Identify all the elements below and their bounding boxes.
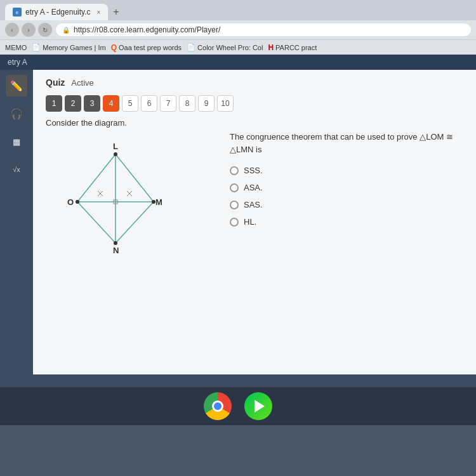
- radio-hl[interactable]: [230, 218, 239, 227]
- address-bar-row: ‹ › ↻ 🔒 https://r08.core.learn.edgenuity…: [0, 20, 476, 39]
- question-6[interactable]: 6: [141, 95, 157, 112]
- tab-close-button[interactable]: ×: [97, 9, 101, 16]
- radio-sss[interactable]: [230, 166, 239, 175]
- diagram-container: L O M N: [46, 135, 185, 262]
- app-wrapper: etry A ✏️ 🎧 ▦ √x Quiz Active 1 2 3 4 5: [0, 55, 476, 387]
- bottom-bar: [0, 374, 476, 387]
- browser-chrome: e etry A - Edgenuity.c × + ‹ › ↻ 🔒 https…: [0, 0, 476, 55]
- bookmarks-bar: MEMO 📄 Memory Games | Im Q Oaa test prep…: [0, 39, 476, 55]
- bookmark-memo[interactable]: MEMO: [5, 44, 27, 51]
- refresh-button[interactable]: ↻: [38, 23, 52, 37]
- radio-asa[interactable]: [230, 183, 239, 192]
- main-content: Quiz Active 1 2 3 4 5 6 7 8 9 10 Conside: [33, 70, 476, 374]
- answer-section: The congruence theorem that can be used …: [230, 118, 463, 262]
- tab-title: etry A - Edgenuity.c: [25, 8, 91, 17]
- svg-point-15: [114, 152, 117, 156]
- answer-sas-label: SAS.: [244, 200, 263, 209]
- svg-line-2: [77, 202, 116, 243]
- app-header-title: etry A: [8, 58, 27, 67]
- sidebar: ✏️ 🎧 ▦ √x: [0, 70, 33, 374]
- question-9[interactable]: 9: [198, 95, 215, 112]
- question-2[interactable]: 2: [65, 95, 81, 112]
- play-store-icon[interactable]: [244, 392, 272, 420]
- bookmark-memo-label: MEMO: [5, 44, 27, 51]
- question-numbers: 1 2 3 4 5 6 7 8 9 10: [46, 95, 463, 112]
- bookmark-oaa-label: Oaa test prep words: [119, 44, 182, 51]
- svg-text:N: N: [113, 246, 119, 255]
- question-10[interactable]: 10: [217, 95, 234, 112]
- svg-text:O: O: [67, 197, 74, 207]
- sidebar-pencil-icon[interactable]: ✏️: [6, 75, 27, 96]
- play-triangle: [255, 400, 265, 413]
- answer-sas[interactable]: SAS.: [230, 200, 463, 209]
- question-4[interactable]: 4: [103, 95, 119, 112]
- sidebar-formula-icon[interactable]: √x: [6, 159, 27, 180]
- svg-line-0: [77, 154, 116, 202]
- question-1[interactable]: 1: [46, 95, 62, 112]
- tab-bar: e etry A - Edgenuity.c × +: [0, 0, 476, 20]
- app-body: ✏️ 🎧 ▦ √x Quiz Active 1 2 3 4 5 6 7 8 9: [0, 70, 476, 374]
- bookmark-memory-games-label: Memory Games | Im: [43, 44, 105, 51]
- os-taskbar: [0, 387, 476, 425]
- answer-sss[interactable]: SSS.: [230, 166, 463, 175]
- address-bar[interactable]: 🔒 https://r08.core.learn.edgenuity.com/P…: [56, 23, 471, 36]
- answer-hl[interactable]: HL.: [230, 217, 463, 227]
- quiz-header: Quiz Active: [46, 77, 463, 88]
- question-text: The congruence theorem that can be used …: [230, 131, 463, 155]
- address-text: https://r08.core.learn.edgenuity.com/Pla…: [74, 25, 220, 34]
- answer-asa-label: ASA.: [244, 183, 263, 192]
- radio-sas[interactable]: [230, 201, 239, 209]
- active-badge: Active: [71, 78, 93, 88]
- consider-text: Consider the diagram.: [46, 118, 211, 128]
- svg-point-18: [114, 241, 117, 245]
- diagram-section: Consider the diagram.: [46, 118, 211, 262]
- svg-point-17: [152, 200, 155, 204]
- active-tab[interactable]: e etry A - Edgenuity.c ×: [5, 4, 108, 20]
- question-8[interactable]: 8: [179, 95, 195, 112]
- answer-hl-label: HL.: [244, 217, 256, 227]
- answer-sss-label: SSS.: [244, 166, 263, 175]
- chrome-icon[interactable]: [204, 392, 232, 420]
- question-3[interactable]: 3: [84, 95, 100, 112]
- bookmark-memory-games[interactable]: 📄 Memory Games | Im: [32, 43, 105, 51]
- bookmark-parcc[interactable]: H PARCC pract: [268, 43, 317, 52]
- svg-line-1: [116, 154, 154, 202]
- nav-buttons: ‹ › ↻: [5, 23, 52, 37]
- svg-point-16: [76, 200, 79, 204]
- svg-text:L: L: [113, 142, 118, 151]
- svg-text:M: M: [155, 197, 162, 207]
- sidebar-calculator-icon[interactable]: ▦: [6, 131, 27, 152]
- answer-asa[interactable]: ASA.: [230, 183, 463, 192]
- question-area: Consider the diagram.: [46, 118, 463, 262]
- bookmark-parcc-label: PARCC pract: [275, 44, 317, 51]
- question-7[interactable]: 7: [160, 95, 176, 112]
- bookmark-color-wheel-label: Color Wheel Pro: Col: [197, 44, 263, 51]
- svg-line-3: [116, 202, 154, 243]
- back-button[interactable]: ‹: [5, 23, 19, 37]
- lock-icon: 🔒: [62, 27, 70, 34]
- diagram-svg: L O M N: [46, 135, 185, 262]
- quiz-label: Quiz: [46, 77, 65, 88]
- sidebar-headphones-icon[interactable]: 🎧: [6, 103, 27, 124]
- bookmark-oaa[interactable]: Q Oaa test prep words: [111, 43, 182, 52]
- chrome-inner-circle: [212, 400, 223, 412]
- forward-button[interactable]: ›: [22, 23, 36, 37]
- bookmark-color-wheel[interactable]: 📄 Color Wheel Pro: Col: [187, 43, 263, 51]
- tab-favicon: e: [13, 8, 22, 17]
- app-header: etry A: [0, 55, 476, 70]
- question-5[interactable]: 5: [122, 95, 138, 112]
- new-tab-button[interactable]: +: [108, 6, 124, 18]
